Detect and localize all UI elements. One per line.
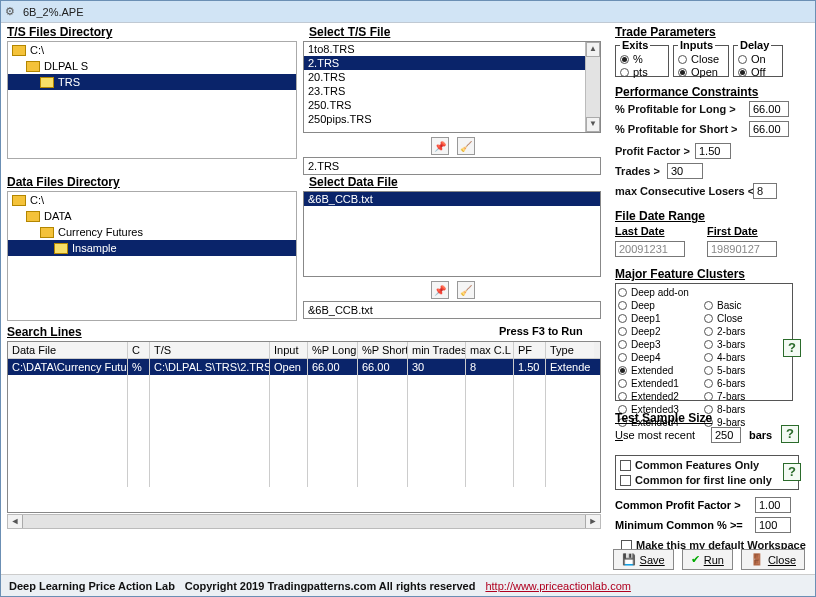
last-date-input[interactable]: 20091231	[615, 241, 685, 257]
mfc-radio[interactable]: Basic	[704, 299, 790, 312]
mfc-radio[interactable]: 7-bars	[704, 390, 790, 403]
save-button[interactable]: 💾Save	[613, 549, 674, 570]
scroll-left-icon[interactable]: ◄	[8, 515, 23, 528]
table-row[interactable]	[8, 407, 600, 423]
select-ts-label: Select T/S File	[309, 25, 390, 39]
inputs-close-radio[interactable]: Close	[678, 53, 724, 66]
help-icon[interactable]: ?	[781, 425, 799, 443]
exits-pts-radio[interactable]: pts	[620, 66, 664, 79]
folder-icon	[12, 195, 26, 206]
folder-icon	[12, 45, 26, 56]
tree-item[interactable]: Insample	[8, 240, 296, 256]
table-row[interactable]	[8, 439, 600, 455]
delay-off-radio[interactable]: Off	[738, 66, 778, 79]
add-data-button[interactable]: 📌	[431, 281, 449, 299]
scroll-up-icon[interactable]: ▲	[586, 42, 600, 57]
mfc-radio[interactable]: 4-bars	[704, 351, 790, 364]
mfc-radio[interactable]: 3-bars	[704, 338, 790, 351]
save-icon: 💾	[622, 553, 636, 566]
data-dir-tree[interactable]: C:\ DATA Currency Futures Insample	[7, 191, 297, 321]
help-icon[interactable]: ?	[783, 339, 801, 357]
table-row[interactable]	[8, 471, 600, 487]
list-item[interactable]: 250.TRS	[304, 98, 600, 112]
mfc-radio[interactable]: Extended1	[618, 377, 704, 390]
footer-link[interactable]: http://www.priceactionlab.com	[485, 580, 631, 592]
list-item[interactable]: 1to8.TRS	[304, 42, 600, 56]
list-item[interactable]: 2.TRS	[304, 56, 600, 70]
close-icon: 🚪	[750, 553, 764, 566]
close-button[interactable]: 🚪Close	[741, 549, 805, 570]
tree-item[interactable]: C:\	[8, 192, 296, 208]
list-item[interactable]: &6B_CCB.txt	[304, 192, 600, 206]
mfc-radio[interactable]: Extended2	[618, 390, 704, 403]
profit-long-label: % Profitable for Long >	[615, 103, 736, 115]
ts-dir-tree[interactable]: C:\ DLPAL S TRS	[7, 41, 297, 159]
mfc-radio[interactable]: Close	[704, 312, 790, 325]
mcl-input[interactable]: 8	[753, 183, 777, 199]
mfc-radio[interactable]: Deep1	[618, 312, 704, 325]
run-button[interactable]: ✔Run	[682, 549, 733, 570]
inputs-open-radio[interactable]: Open	[678, 66, 724, 79]
tree-item[interactable]: DATA	[8, 208, 296, 224]
file-date-range-label: File Date Range	[615, 209, 705, 223]
mfc-radio[interactable]: Deep2	[618, 325, 704, 338]
profit-long-input[interactable]: 66.00	[749, 101, 789, 117]
trades-input[interactable]: 30	[667, 163, 703, 179]
pf-input[interactable]: 1.50	[695, 143, 731, 159]
mfc-radio[interactable]: Deep3	[618, 338, 704, 351]
add-ts-button[interactable]: 📌	[431, 137, 449, 155]
delay-on-radio[interactable]: On	[738, 53, 778, 66]
mfc-group: Deep add-on Deep Deep1 Deep2 Deep3 Deep4…	[615, 283, 793, 401]
tree-item[interactable]: Currency Futures	[8, 224, 296, 240]
list-item[interactable]: 250pips.TRS	[304, 112, 600, 126]
mc-input[interactable]: 100	[755, 517, 791, 533]
perf-constraints-label: Performance Constraints	[615, 85, 758, 99]
first-date-input[interactable]: 19890127	[707, 241, 777, 257]
mfc-radio[interactable]: Deep	[618, 299, 704, 312]
folder-icon	[26, 61, 40, 72]
mfc-radio[interactable]: Deep4	[618, 351, 704, 364]
table-row[interactable]	[8, 375, 600, 391]
open-folder-icon	[54, 243, 68, 254]
scroll-right-icon[interactable]: ►	[585, 515, 600, 528]
h-scrollbar[interactable]: ◄ ►	[7, 514, 601, 529]
mfc-radio[interactable]: 6-bars	[704, 377, 790, 390]
mfc-radio[interactable]: 2-bars	[704, 325, 790, 338]
tree-item[interactable]: C:\	[8, 42, 296, 58]
cfo-check[interactable]: Common Features Only	[620, 459, 794, 471]
search-lines-label: Search Lines	[7, 325, 82, 339]
mfc-radio[interactable]: 8-bars	[704, 403, 790, 416]
select-data-label: Select Data File	[309, 175, 398, 189]
run-icon: ✔	[691, 553, 700, 566]
mfc-radio[interactable]: Extended	[618, 364, 704, 377]
clear-ts-button[interactable]: 🧹	[457, 137, 475, 155]
mfc-radio[interactable]: 5-bars	[704, 364, 790, 377]
search-table[interactable]: Data File C T/S Input %P Long %P Short m…	[7, 341, 601, 513]
tree-item[interactable]: DLPAL S	[8, 58, 296, 74]
exits-pct-radio[interactable]: %	[620, 53, 664, 66]
tss-input[interactable]: 250	[711, 427, 741, 443]
table-row[interactable]	[8, 391, 600, 407]
tree-item[interactable]: TRS	[8, 74, 296, 90]
data-file-list[interactable]: &6B_CCB.txt	[303, 191, 601, 277]
cffl-check[interactable]: Common for first line only	[620, 474, 794, 486]
data-file-text[interactable]: &6B_CCB.txt	[303, 301, 601, 319]
clear-data-button[interactable]: 🧹	[457, 281, 475, 299]
cpf-input[interactable]: 1.00	[755, 497, 791, 513]
table-row[interactable]	[8, 423, 600, 439]
list-item[interactable]: 23.TRS	[304, 84, 600, 98]
profit-short-input[interactable]: 66.00	[749, 121, 789, 137]
scrollbar[interactable]: ▲ ▼	[585, 42, 600, 132]
ts-file-text[interactable]: 2.TRS	[303, 157, 601, 175]
inputs-group: Inputs Close Open	[673, 39, 729, 77]
ts-file-list[interactable]: 1to8.TRS 2.TRS 20.TRS 23.TRS 250.TRS 250…	[303, 41, 601, 133]
press-f3-label: Press F3 to Run	[499, 325, 583, 337]
pf-label: Profit Factor >	[615, 145, 690, 157]
mfc-radio[interactable]: Deep add-on	[618, 286, 704, 299]
table-row[interactable]	[8, 455, 600, 471]
help-icon[interactable]: ?	[783, 463, 801, 481]
list-item[interactable]: 20.TRS	[304, 70, 600, 84]
table-row[interactable]: C:\DATA\Currency Futu % C:\DLPAL S\TRS\2…	[8, 359, 600, 375]
profit-short-label: % Profitable for Short >	[615, 123, 738, 135]
scroll-down-icon[interactable]: ▼	[586, 117, 600, 132]
